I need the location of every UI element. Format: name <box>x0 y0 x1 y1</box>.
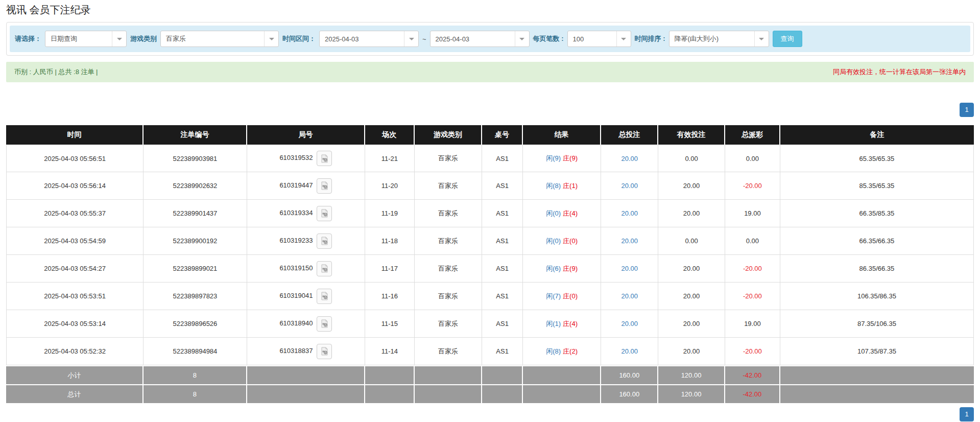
video-replay-button[interactable] <box>317 178 332 194</box>
empty-cell <box>415 384 483 403</box>
total-bet-link[interactable]: 20.00 <box>621 320 638 327</box>
column-header-5: 桌号 <box>482 125 523 145</box>
round-id: 610319334 <box>279 209 313 217</box>
session-cell: 11-18 <box>365 227 415 255</box>
total-bet-link[interactable]: 20.00 <box>621 155 638 162</box>
chevron-down-icon[interactable] <box>754 31 769 46</box>
payout-cell: 0.00 <box>725 227 780 255</box>
empty-cell <box>780 384 974 403</box>
remark-cell: 87.35/106.35 <box>780 310 974 338</box>
session-cell: 11-16 <box>365 283 415 310</box>
game-type-cell: 百家乐 <box>415 255 483 283</box>
game-type-cell: 百家乐 <box>415 283 483 310</box>
total-bet-link[interactable]: 20.00 <box>621 265 638 272</box>
date-range-tilde: ~ <box>422 35 426 43</box>
column-header-10: 备注 <box>780 125 974 145</box>
game-type-cell: 百家乐 <box>415 200 483 227</box>
search-button[interactable]: 查询 <box>773 31 802 47</box>
total-total-bet: 160.00 <box>601 384 658 403</box>
valid-bet-cell: 20.00 <box>658 283 725 310</box>
video-replay-button[interactable] <box>317 316 332 332</box>
table-header-row: 时间注单编号局号场次游戏类别桌号结果总投注有效投注总派彩备注 <box>6 125 974 145</box>
bet-id-cell: 522389899021 <box>144 255 247 283</box>
total-bet-link[interactable]: 20.00 <box>621 237 638 245</box>
round-id: 610319447 <box>279 181 313 189</box>
payout-cell: -20.00 <box>725 283 780 310</box>
subtotal-payout: -42.00 <box>725 365 780 384</box>
table-no-cell: AS1 <box>482 200 523 227</box>
result-banker: 庄(0) <box>563 292 578 300</box>
empty-cell <box>482 365 523 384</box>
total-bet-link[interactable]: 20.00 <box>621 182 638 190</box>
column-header-8: 有效投注 <box>658 125 725 145</box>
total-bet-link[interactable]: 20.00 <box>621 209 638 217</box>
round-cell: 610318940 <box>247 310 365 338</box>
table-row: 2025-04-03 05:56:51 522389903981 6103195… <box>6 145 974 172</box>
video-replay-button[interactable] <box>317 233 332 249</box>
result-cell: 闲(6)庄(9) <box>523 255 601 283</box>
total-bet-cell: 20.00 <box>601 200 658 227</box>
total-bet-cell: 20.00 <box>601 145 658 172</box>
page-size-select[interactable]: 100 <box>567 31 631 47</box>
valid-bet-cell: 20.00 <box>658 200 725 227</box>
query-type-select[interactable]: 日期查询 <box>45 31 127 47</box>
total-bet-link[interactable]: 20.00 <box>621 292 638 300</box>
round-id: 610319150 <box>279 264 313 272</box>
payout-cell: 19.00 <box>725 310 780 338</box>
column-header-0: 时间 <box>6 125 144 145</box>
video-replay-button[interactable] <box>317 151 332 166</box>
page-1-button[interactable]: 1 <box>960 103 974 117</box>
time-sort-select[interactable]: 降幂(由大到小) <box>669 31 769 47</box>
time-cell: 2025-04-03 05:54:27 <box>6 255 144 283</box>
round-id: 610319041 <box>279 292 313 299</box>
time-range-label: 时间区间： <box>282 34 316 43</box>
total-bet-link[interactable]: 20.00 <box>621 347 638 355</box>
chevron-down-icon[interactable] <box>616 31 631 46</box>
date-to-select[interactable]: 2025-04-03 <box>430 31 530 47</box>
betting-records-page: 视讯 会员下注纪录 请选择： 日期查询 游戏类别 百家乐 时间区间： 2025-… <box>0 0 980 422</box>
query-type-value: 日期查询 <box>45 34 112 43</box>
page-1-button[interactable]: 1 <box>960 407 974 421</box>
video-replay-button[interactable] <box>317 206 332 221</box>
payout-cell: -20.00 <box>725 255 780 283</box>
game-type-label: 游戏类别 <box>130 34 157 43</box>
video-file-icon <box>320 209 329 218</box>
result-player: 闲(6) <box>546 265 561 272</box>
table-no-cell: AS1 <box>482 255 523 283</box>
date-from-select[interactable]: 2025-04-03 <box>319 31 419 47</box>
video-replay-button[interactable] <box>317 344 332 359</box>
time-cell: 2025-04-03 05:56:51 <box>6 145 144 172</box>
time-cell: 2025-04-03 05:52:32 <box>6 338 144 365</box>
session-cell: 11-17 <box>365 255 415 283</box>
table-no-cell: AS1 <box>482 283 523 310</box>
payout-cell: -20.00 <box>725 338 780 365</box>
payout-cell: 19.00 <box>725 200 780 227</box>
table-row: 2025-04-03 05:53:51 522389897823 6103190… <box>6 283 974 310</box>
notice-text: 同局有效投注，统一计算在该局第一张注单内 <box>833 67 966 77</box>
time-cell: 2025-04-03 05:54:59 <box>6 227 144 255</box>
round-cell: 610318837 <box>247 338 365 365</box>
page-size-label: 每页笔数 : <box>533 34 564 43</box>
remark-cell: 86.35/66.35 <box>780 255 974 283</box>
time-cell: 2025-04-03 05:53:51 <box>6 283 144 310</box>
total-label: 总计 <box>6 384 144 403</box>
round-id: 610318837 <box>279 347 313 355</box>
summary-bar: 币别 : 人民币 | 总共 :8 注单 | 同局有效投注，统一计算在该局第一张注… <box>6 62 974 82</box>
empty-cell <box>780 365 974 384</box>
subtotal-row: 小计 8 160.00 120.00 -42.00 <box>6 365 974 384</box>
round-cell: 610319334 <box>247 200 365 227</box>
chevron-down-icon[interactable] <box>264 31 278 46</box>
video-replay-button[interactable] <box>317 289 332 304</box>
round-cell: 610319233 <box>247 227 365 255</box>
table-no-cell: AS1 <box>482 310 523 338</box>
video-replay-button[interactable] <box>317 261 332 276</box>
valid-bet-cell: 20.00 <box>658 310 725 338</box>
remark-cell: 66.35/66.35 <box>780 227 974 255</box>
game-type-select[interactable]: 百家乐 <box>160 31 279 47</box>
table-row: 2025-04-03 05:55:37 522389901437 6103193… <box>6 200 974 227</box>
time-sort-value: 降幂(由大到小) <box>670 34 754 43</box>
chevron-down-icon[interactable] <box>515 31 529 46</box>
chevron-down-icon[interactable] <box>112 31 126 46</box>
chevron-down-icon[interactable] <box>404 31 418 46</box>
subtotal-count: 8 <box>144 365 247 384</box>
